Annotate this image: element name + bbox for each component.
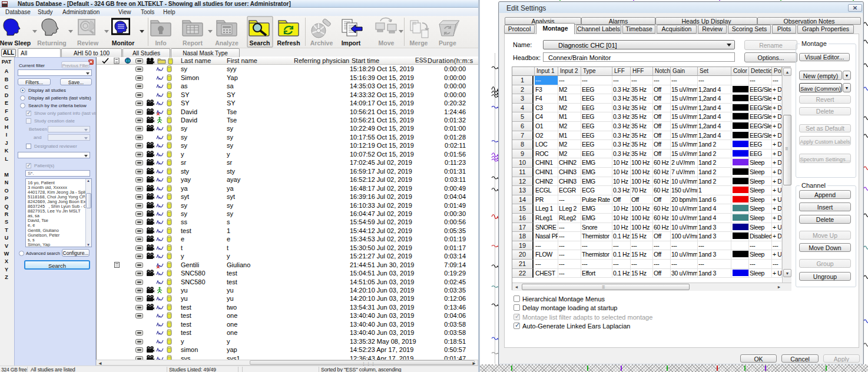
svg-text:A: A <box>157 264 160 268</box>
svg-text:A: A <box>157 111 160 115</box>
